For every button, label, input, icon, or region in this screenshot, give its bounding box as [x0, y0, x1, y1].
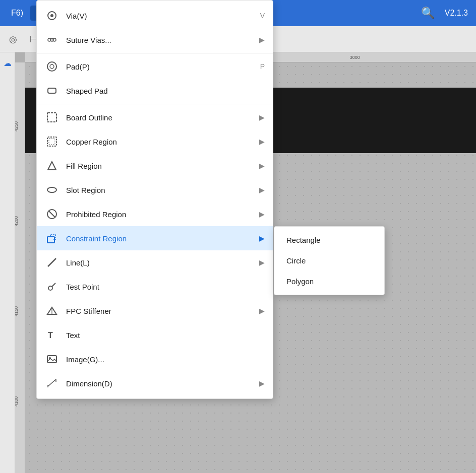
svg-point-16: [48, 286, 52, 290]
board-outline-arrow: ▶: [259, 113, 265, 121]
svg-rect-8: [47, 113, 56, 122]
submenu-item-rectangle[interactable]: Rectangle: [274, 230, 384, 250]
test-point-label: Test Point: [66, 283, 265, 291]
via-label: Via(V): [66, 12, 256, 20]
line-label: Line(L): [66, 258, 255, 267]
pad-shortcut: P: [260, 62, 265, 71]
constraint-region-icon: [45, 231, 59, 245]
menu-item-dimension[interactable]: Dimension(D) ▶: [37, 371, 273, 395]
svg-point-6: [50, 64, 54, 69]
board-outline-label: Board Outline: [66, 113, 255, 122]
slot-region-arrow: ▶: [259, 186, 265, 194]
menu-item-prohibited-region[interactable]: Prohibited Region ▶: [37, 202, 273, 226]
svg-rect-10: [49, 139, 55, 145]
menu-item-fpc-stiffener[interactable]: FPC Stiffener ▶: [37, 299, 273, 323]
menu-item-text[interactable]: T Text: [37, 323, 273, 347]
text-label: Text: [66, 331, 265, 340]
fpc-stiffener-icon: [45, 304, 59, 318]
menu-item-slot-region[interactable]: Slot Region ▶: [37, 178, 273, 202]
copper-region-label: Copper Region: [66, 138, 255, 146]
svg-line-15: [48, 258, 56, 266]
suture-vias-arrow: ▶: [259, 36, 265, 44]
via-shortcut: V: [260, 12, 265, 20]
menu-item-suture-vias[interactable]: Suture Vias... ▶: [37, 28, 273, 52]
fill-region-arrow: ▶: [259, 162, 265, 170]
slot-region-icon: [45, 183, 59, 197]
via-icon: [45, 9, 59, 23]
line-icon: [45, 255, 59, 269]
ruler-left: 4250 4200 4150 4100: [15, 62, 25, 473]
dimension-icon: [45, 376, 59, 390]
image-label: Image(G)...: [66, 355, 265, 364]
ruler-mark-4250: 4250: [15, 121, 19, 131]
svg-line-13: [49, 211, 55, 218]
menu-item-constraint-region[interactable]: Constraint Region ▶ Rectangle Circle Pol…: [37, 226, 273, 250]
menu-item-f6[interactable]: F6): [4, 6, 30, 21]
suture-vias-icon: [45, 33, 59, 47]
menu-item-fill-region[interactable]: Fill Region ▶: [37, 154, 273, 178]
copper-region-arrow: ▶: [259, 138, 265, 146]
submenu-item-circle[interactable]: Circle: [274, 250, 384, 271]
image-icon: [45, 352, 59, 366]
svg-rect-14: [47, 237, 54, 243]
svg-text:T: T: [48, 331, 53, 340]
fpc-stiffener-arrow: ▶: [259, 307, 265, 315]
toolbar-icon-via[interactable]: ◎: [4, 30, 22, 48]
suture-vias-label: Suture Vias...: [66, 36, 255, 44]
test-point-icon: [45, 280, 59, 294]
menu-item-line[interactable]: Line(L) ▶: [37, 250, 273, 275]
separator-1: [37, 53, 273, 53]
left-sidebar: ☁: [0, 52, 15, 473]
shaped-pad-icon: [45, 84, 59, 98]
dimension-arrow: ▶: [259, 379, 265, 387]
separator-2: [37, 104, 273, 104]
svg-line-23: [48, 379, 56, 386]
slot-region-label: Slot Region: [66, 186, 255, 194]
menu-item-shaped-pad[interactable]: Shaped Pad: [37, 79, 273, 103]
svg-rect-21: [47, 356, 56, 363]
menu-item-pad[interactable]: Pad(P) P: [37, 54, 273, 79]
ruler-mark-4100: 4100: [15, 396, 19, 407]
ruler-mark-3000: 3000: [350, 55, 360, 60]
menu-item-copper-region[interactable]: Copper Region ▶: [37, 129, 273, 154]
svg-line-17: [52, 283, 55, 287]
ruler-mark-4150: 4150: [15, 306, 19, 316]
svg-rect-7: [48, 88, 56, 93]
prohibited-region-icon: [45, 207, 59, 221]
constraint-region-label: Constraint Region: [66, 234, 255, 243]
search-icon[interactable]: 🔍: [415, 5, 441, 22]
svg-point-11: [47, 187, 56, 192]
constraint-region-submenu: Rectangle Circle Polygon: [274, 226, 385, 295]
ruler-mark-4200: 4200: [15, 216, 19, 226]
dimension-label: Dimension(D): [66, 379, 255, 388]
svg-point-1: [50, 14, 53, 17]
submenu-item-polygon[interactable]: Polygon: [274, 271, 384, 292]
shaped-pad-label: Shaped Pad: [66, 87, 265, 95]
prohibited-region-arrow: ▶: [259, 210, 265, 218]
menu-item-via[interactable]: Via(V) V: [37, 4, 273, 28]
prohibited-region-label: Prohibited Region: [66, 210, 255, 219]
version-label: V2.1.3: [441, 7, 472, 20]
fill-region-label: Fill Region: [66, 162, 255, 170]
board-outline-icon: [45, 110, 59, 124]
place-dropdown-menu: Via(V) V Suture Vias... ▶ Pad(P) P Shape…: [36, 0, 273, 399]
text-icon: T: [45, 328, 59, 342]
copper-region-icon: [45, 134, 59, 149]
line-arrow: ▶: [259, 258, 265, 266]
fill-region-icon: [45, 159, 59, 173]
fpc-stiffener-label: FPC Stiffener: [66, 307, 255, 315]
constraint-region-arrow: ▶: [259, 234, 265, 242]
menu-item-test-point[interactable]: Test Point: [37, 275, 273, 299]
menu-item-board-outline[interactable]: Board Outline ▶: [37, 105, 273, 129]
menu-item-image[interactable]: Image(G)...: [37, 347, 273, 371]
svg-point-5: [47, 62, 56, 71]
sidebar-icon-cloud[interactable]: ☁: [1, 56, 14, 70]
pad-icon: [45, 59, 59, 74]
pad-label: Pad(P): [66, 62, 256, 71]
